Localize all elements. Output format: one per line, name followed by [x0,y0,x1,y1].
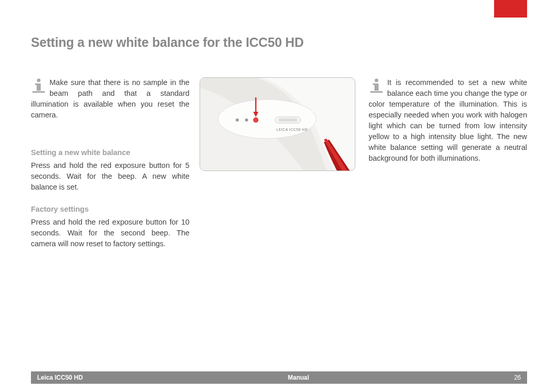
info-icon [31,77,46,95]
info-icon [369,77,384,95]
svg-rect-10 [278,118,297,122]
svg-point-8 [254,118,258,122]
column-left: Make sure that there is no sample in the… [31,77,189,252]
footer-page-number: 26 [514,374,521,381]
info-paragraph-1: Make sure that there is no sample in the… [31,77,189,121]
subhead-white-balance: Setting a new white balance [31,147,189,158]
subhead-factory: Factory settings [31,204,189,215]
column-center: LEICA ICC50 HD [200,77,358,252]
svg-point-1 [37,79,41,82]
svg-point-5 [236,118,239,122]
svg-rect-3 [35,83,38,85]
info-paragraph-2: It is recommended to set a new white bal… [369,77,527,164]
device-illustration: LEICA ICC50 HD [200,77,355,171]
svg-rect-0 [32,91,45,93]
device-label: LEICA ICC50 HD [276,128,308,131]
footer-left: Leica ICC50 HD [37,374,83,381]
svg-point-6 [245,118,248,122]
body-white-balance: Press and hold the red exposure button f… [31,160,189,193]
body-factory: Press and hold the red exposure button f… [31,217,189,249]
footer-center: Manual [83,374,514,381]
brand-tab [494,0,527,18]
svg-point-14 [374,79,378,82]
column-right: It is recommended to set a new white bal… [369,77,527,252]
svg-rect-13 [370,91,383,93]
footer-bar: Leica ICC50 HD Manual 26 [31,371,527,384]
page-title: Setting a new white balance for the ICC5… [31,35,304,50]
svg-rect-16 [373,83,376,85]
content-columns: Make sure that there is no sample in the… [31,77,527,252]
svg-point-4 [218,99,316,139]
